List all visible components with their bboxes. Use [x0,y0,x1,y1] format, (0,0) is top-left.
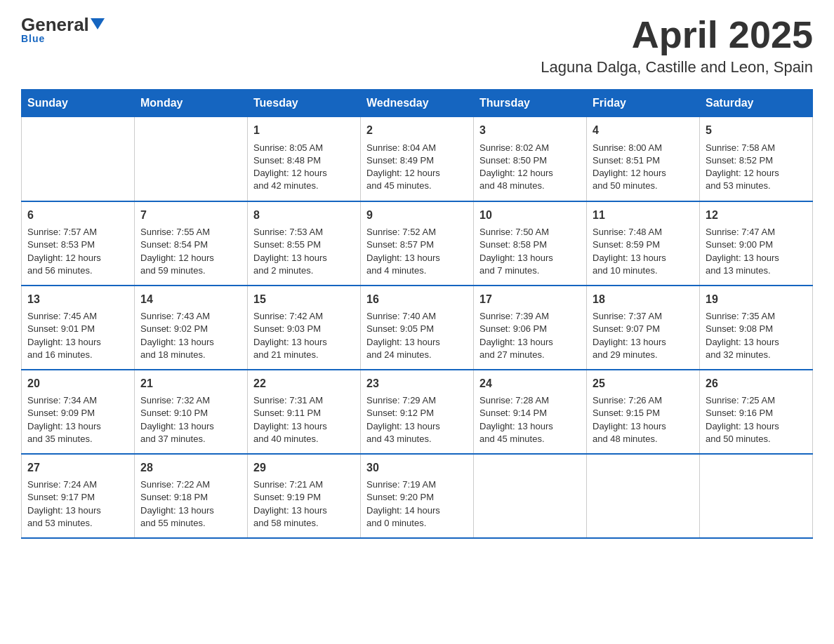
day-number: 1 [253,123,355,138]
calendar-cell: 7Sunrise: 7:55 AMSunset: 8:54 PMDaylight… [135,201,248,286]
day-info: Sunrise: 7:21 AMSunset: 9:19 PMDaylight:… [253,478,355,530]
day-number: 9 [366,208,468,223]
weekday-header-saturday: Saturday [700,90,813,117]
day-number: 24 [479,376,581,391]
day-info: Sunrise: 8:00 AMSunset: 8:51 PMDaylight:… [593,142,694,193]
calendar-cell: 3Sunrise: 8:02 AMSunset: 8:50 PMDaylight… [474,117,587,201]
calendar-cell: 9Sunrise: 7:52 AMSunset: 8:57 PMDaylight… [361,201,474,286]
day-number: 6 [27,208,128,223]
calendar-cell: 29Sunrise: 7:21 AMSunset: 9:19 PMDayligh… [248,454,361,538]
calendar-cell [22,117,135,201]
week-row-4: 20Sunrise: 7:34 AMSunset: 9:09 PMDayligh… [22,370,813,454]
day-info: Sunrise: 7:22 AMSunset: 9:18 PMDaylight:… [140,478,241,530]
calendar-cell: 25Sunrise: 7:26 AMSunset: 9:15 PMDayligh… [587,370,700,454]
day-number: 3 [479,123,581,138]
day-info: Sunrise: 7:55 AMSunset: 8:54 PMDaylight:… [140,226,241,277]
calendar-cell: 15Sunrise: 7:42 AMSunset: 9:03 PMDayligh… [248,286,361,370]
day-info: Sunrise: 7:45 AMSunset: 9:01 PMDaylight:… [27,310,128,361]
day-number: 4 [593,123,694,138]
calendar-cell: 1Sunrise: 8:05 AMSunset: 8:48 PMDaylight… [248,117,361,201]
day-info: Sunrise: 7:42 AMSunset: 9:03 PMDaylight:… [253,310,355,361]
calendar-header-row: SundayMondayTuesdayWednesdayThursdayFrid… [22,90,813,117]
day-info: Sunrise: 7:48 AMSunset: 8:59 PMDaylight:… [593,226,694,277]
logo: General Blue [21,14,105,44]
day-info: Sunrise: 7:47 AMSunset: 9:00 PMDaylight:… [706,226,807,277]
calendar-cell: 2Sunrise: 8:04 AMSunset: 8:49 PMDaylight… [361,117,474,201]
day-info: Sunrise: 8:02 AMSunset: 8:50 PMDaylight:… [479,142,581,193]
calendar-cell: 11Sunrise: 7:48 AMSunset: 8:59 PMDayligh… [587,201,700,286]
weekday-header-wednesday: Wednesday [361,90,474,117]
day-number: 25 [593,376,694,391]
location-title: Laguna Dalga, Castille and Leon, Spain [541,58,813,76]
weekday-header-tuesday: Tuesday [248,90,361,117]
calendar-cell: 19Sunrise: 7:35 AMSunset: 9:08 PMDayligh… [700,286,813,370]
page-header: General Blue April 2025 Laguna Dalga, Ca… [21,14,813,76]
day-number: 26 [706,376,807,391]
weekday-header-friday: Friday [587,90,700,117]
day-number: 27 [27,460,128,476]
calendar-cell: 26Sunrise: 7:25 AMSunset: 9:16 PMDayligh… [700,370,813,454]
week-row-1: 1Sunrise: 8:05 AMSunset: 8:48 PMDaylight… [22,117,813,201]
day-info: Sunrise: 7:43 AMSunset: 9:02 PMDaylight:… [140,310,241,361]
day-number: 16 [366,292,468,307]
calendar-cell [700,454,813,538]
day-number: 2 [366,123,468,138]
day-info: Sunrise: 8:05 AMSunset: 8:48 PMDaylight:… [253,142,355,193]
day-number: 12 [706,208,807,223]
day-info: Sunrise: 7:53 AMSunset: 8:55 PMDaylight:… [253,226,355,277]
day-info: Sunrise: 7:25 AMSunset: 9:16 PMDaylight:… [706,394,807,445]
day-info: Sunrise: 7:35 AMSunset: 9:08 PMDaylight:… [706,310,807,361]
calendar-cell: 13Sunrise: 7:45 AMSunset: 9:01 PMDayligh… [22,286,135,370]
logo-triangle-icon [91,18,105,29]
weekday-header-monday: Monday [135,90,248,117]
day-number: 11 [593,208,694,223]
week-row-5: 27Sunrise: 7:24 AMSunset: 9:17 PMDayligh… [22,454,813,538]
day-number: 8 [253,208,355,223]
day-number: 17 [479,292,581,307]
calendar-cell: 16Sunrise: 7:40 AMSunset: 9:05 PMDayligh… [361,286,474,370]
day-number: 20 [27,376,128,391]
calendar-cell: 10Sunrise: 7:50 AMSunset: 8:58 PMDayligh… [474,201,587,286]
calendar-cell: 21Sunrise: 7:32 AMSunset: 9:10 PMDayligh… [135,370,248,454]
day-info: Sunrise: 7:40 AMSunset: 9:05 PMDaylight:… [366,310,468,361]
calendar-cell [135,117,248,201]
calendar-cell: 20Sunrise: 7:34 AMSunset: 9:09 PMDayligh… [22,370,135,454]
calendar-cell: 12Sunrise: 7:47 AMSunset: 9:00 PMDayligh… [700,201,813,286]
day-number: 14 [140,292,241,307]
day-number: 21 [140,376,241,391]
day-info: Sunrise: 7:32 AMSunset: 9:10 PMDaylight:… [140,394,241,445]
calendar-cell: 27Sunrise: 7:24 AMSunset: 9:17 PMDayligh… [22,454,135,538]
day-info: Sunrise: 7:58 AMSunset: 8:52 PMDaylight:… [706,142,807,193]
weekday-header-thursday: Thursday [474,90,587,117]
day-info: Sunrise: 7:50 AMSunset: 8:58 PMDaylight:… [479,226,581,277]
day-number: 5 [706,123,807,138]
weekday-header-sunday: Sunday [22,90,135,117]
day-info: Sunrise: 7:19 AMSunset: 9:20 PMDaylight:… [366,478,468,530]
calendar-cell: 22Sunrise: 7:31 AMSunset: 9:11 PMDayligh… [248,370,361,454]
calendar-cell: 8Sunrise: 7:53 AMSunset: 8:55 PMDaylight… [248,201,361,286]
day-number: 22 [253,376,355,391]
calendar-cell: 30Sunrise: 7:19 AMSunset: 9:20 PMDayligh… [361,454,474,538]
day-info: Sunrise: 7:37 AMSunset: 9:07 PMDaylight:… [593,310,694,361]
day-number: 10 [479,208,581,223]
day-info: Sunrise: 7:28 AMSunset: 9:14 PMDaylight:… [479,394,581,445]
day-info: Sunrise: 7:34 AMSunset: 9:09 PMDaylight:… [27,394,128,445]
day-info: Sunrise: 7:57 AMSunset: 8:53 PMDaylight:… [27,226,128,277]
calendar-cell: 24Sunrise: 7:28 AMSunset: 9:14 PMDayligh… [474,370,587,454]
calendar-cell: 23Sunrise: 7:29 AMSunset: 9:12 PMDayligh… [361,370,474,454]
calendar-cell: 28Sunrise: 7:22 AMSunset: 9:18 PMDayligh… [135,454,248,538]
calendar-cell: 14Sunrise: 7:43 AMSunset: 9:02 PMDayligh… [135,286,248,370]
day-info: Sunrise: 8:04 AMSunset: 8:49 PMDaylight:… [366,142,468,193]
calendar-cell: 18Sunrise: 7:37 AMSunset: 9:07 PMDayligh… [587,286,700,370]
calendar-cell: 17Sunrise: 7:39 AMSunset: 9:06 PMDayligh… [474,286,587,370]
calendar-table: SundayMondayTuesdayWednesdayThursdayFrid… [21,89,813,539]
day-info: Sunrise: 7:52 AMSunset: 8:57 PMDaylight:… [366,226,468,277]
day-number: 19 [706,292,807,307]
day-number: 13 [27,292,128,307]
month-title: April 2025 [541,14,813,55]
calendar-cell: 4Sunrise: 8:00 AMSunset: 8:51 PMDaylight… [587,117,700,201]
day-number: 30 [366,460,468,476]
day-info: Sunrise: 7:29 AMSunset: 9:12 PMDaylight:… [366,394,468,445]
calendar-cell [587,454,700,538]
calendar-cell: 6Sunrise: 7:57 AMSunset: 8:53 PMDaylight… [22,201,135,286]
